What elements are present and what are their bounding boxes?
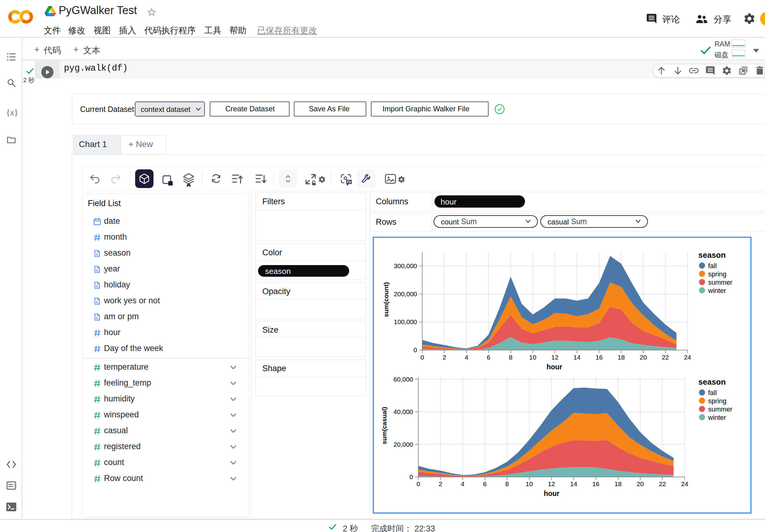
svg-text:12: 12 (551, 354, 558, 361)
svg-text:winter: winter (708, 287, 726, 294)
svg-text:40,000: 40,000 (393, 408, 413, 415)
svg-text:0: 0 (416, 480, 420, 487)
svg-text:14: 14 (570, 480, 577, 487)
svg-text:24: 24 (684, 354, 691, 361)
svg-text:8: 8 (505, 480, 509, 487)
svg-text:hour: hour (546, 363, 562, 371)
svg-text:spring: spring (708, 397, 726, 405)
svg-text:2: 2 (442, 354, 446, 361)
svg-text:4: 4 (465, 354, 468, 361)
svg-text:18: 18 (618, 354, 625, 361)
svg-text:season: season (698, 251, 726, 260)
svg-text:6: 6 (487, 354, 490, 361)
svg-text:8: 8 (509, 354, 512, 361)
svg-text:0: 0 (409, 473, 413, 480)
svg-text:100,000: 100,000 (394, 318, 417, 325)
svg-text:winter: winter (708, 414, 726, 421)
svg-text:4: 4 (461, 480, 464, 487)
svg-text:fall: fall (708, 262, 717, 270)
svg-text:spring: spring (708, 270, 726, 278)
svg-text:22: 22 (662, 354, 669, 361)
svg-text:20: 20 (637, 480, 644, 487)
svg-text:20: 20 (640, 354, 647, 361)
svg-text:300,000: 300,000 (394, 262, 417, 269)
svg-text:2: 2 (439, 480, 442, 487)
svg-text:14: 14 (573, 354, 581, 361)
svg-text:16: 16 (592, 480, 599, 487)
svg-text:60,000: 60,000 (393, 376, 413, 383)
svg-text:200,000: 200,000 (394, 290, 417, 297)
svg-text:16: 16 (596, 354, 603, 361)
svg-text:6: 6 (483, 480, 487, 487)
svg-text:hour: hour (544, 489, 559, 497)
svg-text:0: 0 (413, 346, 417, 353)
svg-text:summer: summer (708, 278, 732, 286)
svg-text:12: 12 (548, 480, 555, 487)
svg-text:10: 10 (525, 480, 533, 487)
svg-text:10: 10 (529, 354, 536, 361)
svg-text:20,000: 20,000 (393, 441, 413, 448)
svg-text:season: season (698, 377, 726, 386)
svg-text:fall: fall (708, 389, 717, 396)
svg-text:18: 18 (615, 480, 622, 487)
svg-text:24: 24 (681, 480, 689, 487)
svg-text:22: 22 (659, 480, 666, 487)
svg-text:sum(count): sum(count) (382, 282, 389, 317)
svg-text:0: 0 (420, 354, 424, 361)
svg-text:sum(casual): sum(casual) (381, 407, 388, 445)
svg-text:summer: summer (708, 405, 732, 413)
